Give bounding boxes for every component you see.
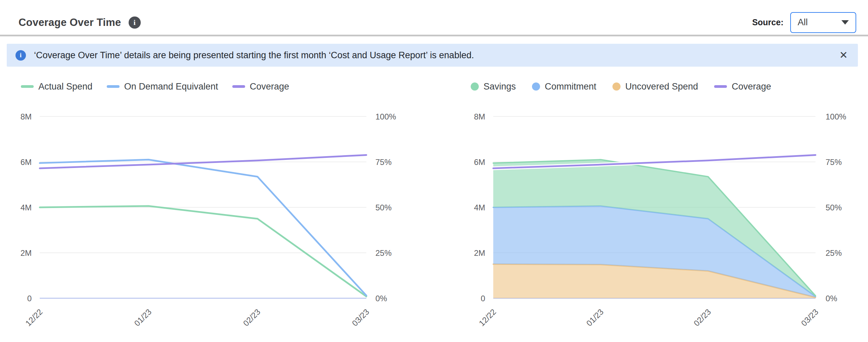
legend-label-uncovered-spend: Uncovered Spend xyxy=(625,82,698,92)
source-label: Source: xyxy=(752,18,783,27)
x-axis-label-03-23: 03/23 xyxy=(350,307,371,328)
legend-item-on-demand-equivalent[interactable]: On Demand Equivalent xyxy=(107,82,218,92)
y-axis-right-label-25%: 25% xyxy=(375,248,392,257)
header-divider xyxy=(0,35,868,36)
source-dropdown-value: All xyxy=(798,17,808,28)
x-axis-label-02-23: 02/23 xyxy=(692,307,713,328)
legend-item-commitment[interactable]: Commitment xyxy=(532,82,596,92)
legend-dot-swatch-savings xyxy=(471,83,479,91)
y-axis-right-label-75%: 75% xyxy=(826,158,842,167)
x-axis-label-12-22: 12/22 xyxy=(24,307,44,328)
x-axis-label-01-23: 01/23 xyxy=(132,307,153,328)
legend-dot-swatch-uncovered-spend xyxy=(613,83,621,91)
line-chart-legend: Actual SpendOn Demand EquivalentCoverage xyxy=(7,80,424,93)
coverage-over-time-widget: Coverage Over Time i Source: All i ‘Cove… xyxy=(0,0,868,342)
y-axis-right-label-100%: 100% xyxy=(826,112,846,121)
y-axis-right-label-0%: 0% xyxy=(375,294,387,303)
legend-label-coverage: Coverage xyxy=(732,82,771,92)
y-axis-left-label-6M: 6M xyxy=(21,158,32,167)
x-axis-label-02-23: 02/23 xyxy=(241,307,262,328)
chevron-down-icon xyxy=(841,20,849,25)
line-actual-spend xyxy=(40,206,366,297)
y-axis-left-label-4M: 4M xyxy=(21,203,32,212)
banner-close-icon[interactable]: ✕ xyxy=(838,49,849,62)
area-chart-legend: SavingsCommitmentUncovered SpendCoverage xyxy=(458,80,868,93)
legend-item-coverage[interactable]: Coverage xyxy=(232,82,289,92)
widget-header: Coverage Over Time i Source: All xyxy=(0,0,868,35)
area-chart-panel: SavingsCommitmentUncovered SpendCoverage… xyxy=(458,67,868,329)
y-axis-left-label-0: 0 xyxy=(481,294,485,303)
legend-line-swatch-actual-spend xyxy=(21,85,34,88)
legend-label-commitment: Commitment xyxy=(545,82,596,92)
legend-line-swatch-coverage xyxy=(232,85,245,88)
legend-label-actual-spend: Actual Spend xyxy=(38,82,93,92)
page-title: Coverage Over Time xyxy=(19,17,121,29)
title-info-icon[interactable]: i xyxy=(129,17,141,29)
y-axis-right-label-0%: 0% xyxy=(826,294,837,303)
y-axis-left-label-8M: 8M xyxy=(21,112,32,121)
legend-item-coverage[interactable]: Coverage xyxy=(714,82,771,92)
source-dropdown[interactable]: All xyxy=(790,12,856,33)
x-axis-label-03-23: 03/23 xyxy=(799,307,820,328)
y-axis-left-label-8M: 8M xyxy=(474,112,485,121)
legend-line-swatch-on-demand-equivalent xyxy=(107,85,120,88)
legend-dot-swatch-commitment xyxy=(532,83,540,91)
line-on-demand-equivalent xyxy=(40,160,366,296)
line-chart-panel: Actual SpendOn Demand EquivalentCoverage… xyxy=(7,67,424,329)
legend-label-coverage: Coverage xyxy=(250,82,289,92)
legend-label-savings: Savings xyxy=(484,82,516,92)
line-chart-svg: 8M100%6M75%4M50%2M25%00%12/2201/2302/230… xyxy=(7,93,424,329)
x-axis-label-01-23: 01/23 xyxy=(585,307,606,328)
legend-line-swatch-coverage xyxy=(714,85,727,88)
y-axis-right-label-25%: 25% xyxy=(826,248,842,257)
legend-item-savings[interactable]: Savings xyxy=(471,82,516,92)
y-axis-right-label-50%: 50% xyxy=(826,203,842,212)
legend-item-actual-spend[interactable]: Actual Spend xyxy=(21,82,93,92)
banner-message: ‘Coverage Over Time’ details are being p… xyxy=(34,50,474,61)
y-axis-left-label-0: 0 xyxy=(27,294,32,303)
y-axis-right-label-50%: 50% xyxy=(375,203,392,212)
source-control: Source: All xyxy=(752,12,856,33)
y-axis-right-label-100%: 100% xyxy=(375,112,396,121)
area-chart-svg: 8M100%6M75%4M50%2M25%00%12/2201/2302/230… xyxy=(458,93,868,329)
y-axis-left-label-6M: 6M xyxy=(474,158,485,167)
y-axis-right-label-75%: 75% xyxy=(375,158,392,167)
x-axis-label-12-22: 12/22 xyxy=(477,307,498,328)
banner-info-icon: i xyxy=(16,50,26,61)
y-axis-left-label-4M: 4M xyxy=(474,203,485,212)
y-axis-left-label-2M: 2M xyxy=(474,248,485,257)
info-banner: i ‘Coverage Over Time’ details are being… xyxy=(7,44,858,67)
legend-item-uncovered-spend[interactable]: Uncovered Spend xyxy=(613,82,698,92)
charts-row: Actual SpendOn Demand EquivalentCoverage… xyxy=(0,67,868,329)
y-axis-left-label-2M: 2M xyxy=(21,248,32,257)
legend-label-on-demand-equivalent: On Demand Equivalent xyxy=(124,82,218,92)
